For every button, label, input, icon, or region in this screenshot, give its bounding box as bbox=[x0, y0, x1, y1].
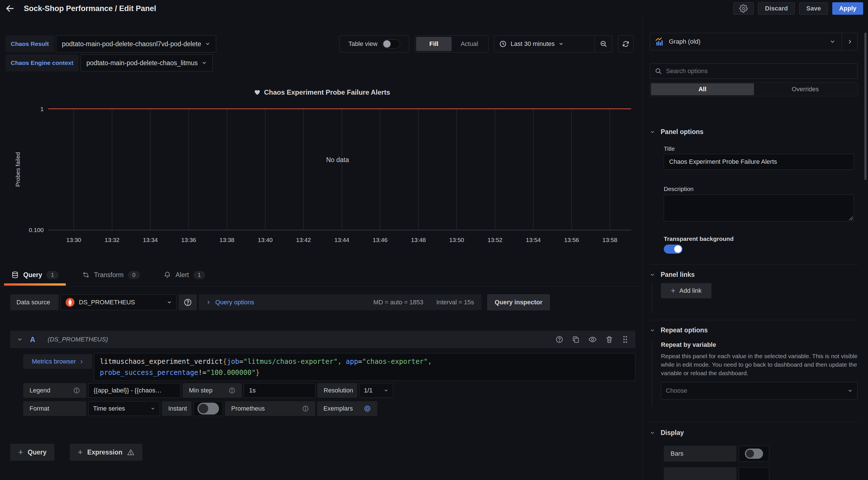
tab-count-badge: 1 bbox=[193, 271, 205, 279]
time-range-picker[interactable]: Last 30 minutes bbox=[494, 40, 594, 47]
bars-label: Bars bbox=[664, 446, 736, 461]
repeat-options-header[interactable]: Repeat options bbox=[650, 327, 858, 334]
promql-query-editor[interactable]: litmuschaos_experiment_verdict{job="litm… bbox=[94, 353, 636, 381]
panel-title-input-box bbox=[664, 154, 854, 170]
chart-plot-area[interactable]: 13:3013:3213:3413:3613:3813:4013:4213:44… bbox=[8, 102, 636, 249]
add-query-button[interactable]: + Query bbox=[10, 444, 55, 461]
drag-handle-icon[interactable] bbox=[622, 335, 628, 344]
refresh-button[interactable] bbox=[618, 35, 634, 53]
svg-text:13:50: 13:50 bbox=[449, 237, 464, 243]
query-options-toggle[interactable]: Query options bbox=[206, 299, 254, 306]
legend-format-input[interactable] bbox=[88, 383, 181, 398]
discard-button[interactable]: Discard bbox=[758, 2, 795, 15]
section-title: Panel options bbox=[661, 128, 704, 136]
instant-toggle[interactable] bbox=[197, 403, 219, 415]
chevron-down-icon bbox=[650, 431, 655, 436]
variable-chaos-engine-dropdown[interactable]: podtato-main-pod-delete-chaos_litmus bbox=[81, 55, 213, 71]
query-inspector-button[interactable]: Query inspector bbox=[487, 295, 550, 310]
bars-toggle[interactable] bbox=[745, 449, 763, 459]
svg-text:13:42: 13:42 bbox=[296, 237, 311, 243]
resolution-label: Resolution bbox=[317, 383, 357, 398]
add-expression-button[interactable]: + Expression bbox=[70, 444, 143, 461]
repeat-variable-select[interactable]: Choose bbox=[661, 382, 858, 400]
description-textarea[interactable] bbox=[664, 195, 854, 221]
query-datasource-hint: (DS_PROMETHEUS) bbox=[48, 336, 108, 343]
panel-links-content: + Add link bbox=[652, 283, 858, 312]
zoom-out-icon bbox=[600, 40, 608, 48]
time-range-label: Last 30 minutes bbox=[510, 40, 555, 47]
search-options-input[interactable] bbox=[666, 67, 853, 75]
back-arrow-icon[interactable] bbox=[0, 0, 20, 17]
query-row-header[interactable]: A (DS_PROMETHEUS) bbox=[10, 331, 636, 348]
min-step-value[interactable] bbox=[249, 387, 310, 394]
variable-chaos-result-dropdown[interactable]: podtato-main-pod-delete-chaosnl7vd-pod-d… bbox=[56, 35, 216, 53]
chevron-down-icon bbox=[650, 272, 655, 277]
table-view-toggle[interactable] bbox=[382, 39, 400, 48]
search-options-box[interactable] bbox=[650, 64, 858, 79]
variable-row: Chaos Result podtato-main-pod-delete-cha… bbox=[6, 35, 216, 53]
legend-label-text: Legend bbox=[30, 387, 50, 394]
query-help-icon[interactable] bbox=[555, 336, 563, 343]
save-button[interactable]: Save bbox=[799, 2, 828, 15]
repeat-options-content: Repeat by variable Repeat this panel for… bbox=[652, 341, 858, 406]
database-icon bbox=[11, 271, 19, 278]
tab-transform[interactable]: Transform 0 bbox=[82, 266, 140, 284]
query-format-row: Format Time series Instant Prometheus Ex… bbox=[23, 401, 377, 416]
delete-query-icon[interactable] bbox=[605, 336, 613, 343]
transparent-bg-toggle[interactable] bbox=[664, 244, 682, 253]
transparent-bg-label: Transparent background bbox=[664, 236, 854, 242]
panel-settings-button[interactable] bbox=[733, 2, 754, 15]
page-title: Sock-Shop Performance / Edit Panel bbox=[24, 4, 156, 13]
add-link-button[interactable]: + Add link bbox=[661, 283, 711, 298]
promql-line-1: litmuschaos_experiment_verdict{job="litm… bbox=[100, 356, 629, 367]
panel-links-header[interactable]: Panel links bbox=[650, 271, 858, 278]
fill-segment[interactable]: Fill bbox=[416, 37, 452, 51]
legend-format-value[interactable] bbox=[94, 387, 175, 394]
tab-all[interactable]: All bbox=[651, 83, 754, 95]
svg-text:13:32: 13:32 bbox=[105, 237, 120, 243]
query-options-label: Query options bbox=[215, 299, 254, 306]
search-icon bbox=[655, 67, 662, 75]
description-textarea-box bbox=[664, 195, 854, 221]
zoom-out-button[interactable] bbox=[594, 36, 612, 52]
format-select[interactable]: Time series bbox=[88, 401, 160, 416]
visualization-picker[interactable]: Graph (old) bbox=[650, 33, 858, 50]
min-step-input[interactable] bbox=[244, 383, 315, 398]
sidebar-scrollbar[interactable] bbox=[864, 33, 867, 180]
datasource-select[interactable]: DS_PROMETHEUS bbox=[60, 295, 177, 310]
exemplars-label-text: Exemplars bbox=[323, 405, 353, 412]
warning-triangle-icon bbox=[127, 449, 134, 456]
metrics-browser-label: Metrics browser bbox=[32, 358, 76, 365]
svg-text:13:54: 13:54 bbox=[526, 237, 541, 243]
panel-options-header[interactable]: Panel options bbox=[650, 128, 858, 136]
repeat-by-variable-label: Repeat by variable bbox=[661, 341, 858, 348]
apply-button[interactable]: Apply bbox=[832, 2, 863, 15]
tab-query[interactable]: Query 1 bbox=[11, 266, 58, 284]
graph-viz-icon bbox=[655, 37, 665, 47]
format-label: Format bbox=[23, 401, 86, 416]
viz-expand-button[interactable] bbox=[842, 33, 858, 50]
add-expression-label: Expression bbox=[87, 449, 123, 456]
exemplars-eye-icon[interactable] bbox=[364, 405, 371, 412]
panel-title-row: Chaos Experiment Probe Failure Alerts bbox=[8, 89, 636, 96]
tab-alert[interactable]: Alert 1 bbox=[164, 266, 205, 284]
variable-label: Chaos Result bbox=[6, 35, 54, 53]
panel-title-input[interactable] bbox=[669, 158, 848, 166]
svg-text:0.100: 0.100 bbox=[29, 227, 44, 233]
duplicate-query-icon[interactable] bbox=[572, 336, 580, 343]
chevron-down-icon bbox=[167, 300, 172, 305]
bars-option-row: Bars bbox=[664, 446, 858, 461]
tab-overrides[interactable]: Overrides bbox=[754, 83, 857, 95]
actual-segment[interactable]: Actual bbox=[452, 37, 487, 51]
toggle-visibility-icon[interactable] bbox=[588, 335, 597, 344]
query-legend-row: Legend Min step Resolution 1/1 bbox=[23, 383, 393, 398]
metrics-browser-button[interactable]: Metrics browser bbox=[23, 354, 92, 369]
datasource-help-button[interactable] bbox=[179, 295, 197, 310]
min-step-label: Min step bbox=[183, 383, 242, 398]
chevron-down-icon bbox=[151, 406, 155, 411]
resolution-select[interactable]: 1/1 bbox=[359, 383, 393, 398]
plus-icon: + bbox=[18, 447, 23, 457]
option-label bbox=[664, 467, 736, 480]
display-header[interactable]: Display bbox=[650, 429, 858, 437]
prometheus-type-label: Prometheus bbox=[225, 401, 315, 416]
